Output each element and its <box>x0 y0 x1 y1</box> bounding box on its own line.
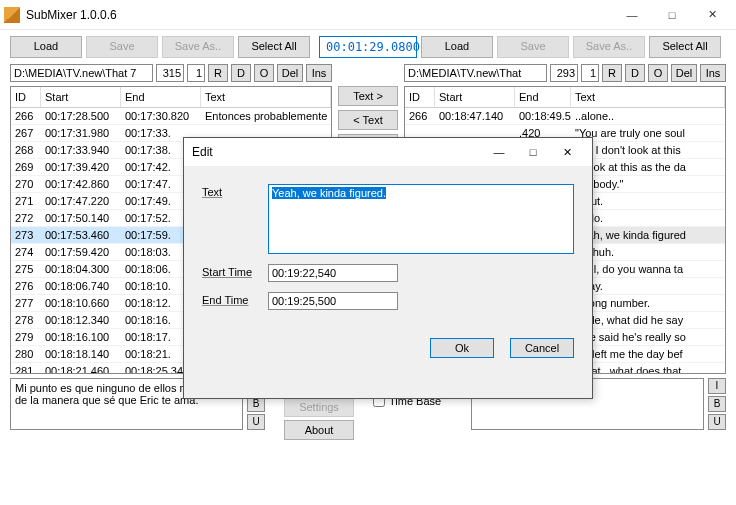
save-button-left: Save <box>86 36 158 58</box>
window-controls: — □ ✕ <box>612 1 732 29</box>
right-table-head: ID Start End Text <box>405 87 725 108</box>
load-button-right[interactable]: Load <box>421 36 493 58</box>
end-time-input[interactable]: 00:19:25,500 <box>268 292 398 310</box>
selectall-button-left[interactable]: Select All <box>238 36 310 58</box>
col-text[interactable]: Text <box>201 87 331 107</box>
cancel-button[interactable]: Cancel <box>510 338 574 358</box>
app-icon <box>4 7 20 23</box>
col-id[interactable]: ID <box>11 87 41 107</box>
del-button-left[interactable]: Del <box>277 64 303 82</box>
table-row[interactable]: 26600:18:47.14000:18:49.500..alone.. <box>405 108 725 125</box>
about-button[interactable]: About <box>284 420 354 440</box>
selectall-button-right[interactable]: Select All <box>649 36 721 58</box>
o-button-left[interactable]: O <box>254 64 274 82</box>
bold-button-right[interactable]: B <box>708 396 726 412</box>
d-button-right[interactable]: D <box>625 64 645 82</box>
dialog-minimize-button[interactable]: — <box>482 140 516 164</box>
italic-button-right[interactable]: I <box>708 378 726 394</box>
o-button-right[interactable]: O <box>648 64 668 82</box>
close-button[interactable]: ✕ <box>692 1 732 29</box>
col-end[interactable]: End <box>121 87 201 107</box>
start-time-label: Start Time <box>202 264 268 278</box>
count-right[interactable]: 293 <box>550 64 578 82</box>
path-input-left[interactable]: D:\MEDIA\TV.new\That 7 <box>10 64 153 82</box>
start-time-input[interactable]: 00:19:22,540 <box>268 264 398 282</box>
path-row: D:\MEDIA\TV.new\That 7 315 1 R D O Del I… <box>0 64 736 86</box>
ins-button-right[interactable]: Ins <box>700 64 726 82</box>
minimize-button[interactable]: — <box>612 1 652 29</box>
col-start-r[interactable]: Start <box>435 87 515 107</box>
col-id-r[interactable]: ID <box>405 87 435 107</box>
load-button-left[interactable]: Load <box>10 36 82 58</box>
ok-button[interactable]: Ok <box>430 338 494 358</box>
d-button-left[interactable]: D <box>231 64 251 82</box>
save-button-right: Save <box>497 36 569 58</box>
right-format-buttons: I B U <box>708 378 726 440</box>
maximize-button[interactable]: □ <box>652 1 692 29</box>
text-field[interactable]: Yeah, we kinda figured. <box>268 184 574 254</box>
r-button-right[interactable]: R <box>602 64 622 82</box>
text-right-button[interactable]: Text > <box>338 86 398 106</box>
text-label: Text <box>202 184 268 198</box>
text-left-button[interactable]: < Text <box>338 110 398 130</box>
dialog-titlebar: Edit — □ ✕ <box>184 138 592 166</box>
one-right[interactable]: 1 <box>581 64 599 82</box>
dialog-maximize-button[interactable]: □ <box>516 140 550 164</box>
r-button-left[interactable]: R <box>208 64 228 82</box>
saveas-button-left: Save As.. <box>162 36 234 58</box>
table-row[interactable]: 26600:17:28.50000:17:30.820Entonces prob… <box>11 108 331 125</box>
col-text-r[interactable]: Text <box>571 87 725 107</box>
window-title: SubMixer 1.0.0.6 <box>26 8 117 22</box>
dialog-title: Edit <box>192 145 213 159</box>
count-left[interactable]: 315 <box>156 64 184 82</box>
end-time-label: End Time <box>202 292 268 306</box>
toolbar: Load Save Save As.. Select All 00:01:29.… <box>0 30 736 64</box>
left-table-head: ID Start End Text <box>11 87 331 108</box>
col-start[interactable]: Start <box>41 87 121 107</box>
dialog-close-button[interactable]: ✕ <box>550 140 584 164</box>
titlebar: SubMixer 1.0.0.6 — □ ✕ <box>0 0 736 30</box>
saveas-button-right: Save As.. <box>573 36 645 58</box>
del-button-right[interactable]: Del <box>671 64 697 82</box>
ins-button-left[interactable]: Ins <box>306 64 332 82</box>
one-left[interactable]: 1 <box>187 64 205 82</box>
timecode-input[interactable]: 00:01:29.0800 <box>319 36 417 58</box>
underline-button-left[interactable]: U <box>247 414 265 430</box>
settings-button: Settings <box>284 397 354 417</box>
col-end-r[interactable]: End <box>515 87 571 107</box>
path-input-right[interactable]: D:\MEDIA\TV.new\That <box>404 64 547 82</box>
underline-button-right[interactable]: U <box>708 414 726 430</box>
edit-dialog: Edit — □ ✕ Text Yeah, we kinda figured. … <box>183 137 593 399</box>
